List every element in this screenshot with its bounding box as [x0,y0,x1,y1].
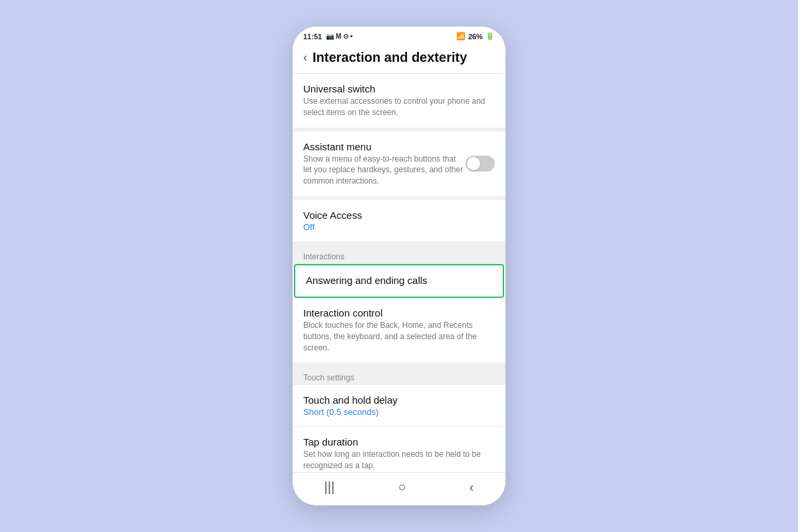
recents-button[interactable]: ||| [325,479,335,495]
universal-switch-desc: Use external accessories to control your… [303,96,495,118]
answering-ending-calls-title: Answering and ending calls [306,275,492,286]
back-nav-button[interactable]: ‹ [469,479,474,495]
settings-scroll-area: Universal switch Use external accessorie… [293,74,505,472]
status-bar: 11:51 📷 M ⊙ • 📶 26% 🔋 [293,27,505,43]
assistant-menu-title: Assistant menu [303,141,466,152]
universal-switch-item[interactable]: Universal switch Use external accessorie… [293,74,505,128]
tap-duration-text: Tap duration Set how long an interaction… [303,436,495,471]
status-icons: 📷 M ⊙ • [326,33,352,40]
touch-hold-delay-item[interactable]: Touch and hold delay Short (0.5 seconds) [293,385,505,427]
toggle-knob [467,157,480,170]
interaction-control-text: Interaction control Block touches for th… [303,307,495,353]
battery-icon: 🔋 [485,32,495,41]
touch-settings-section: Touch and hold delay Short (0.5 seconds)… [293,385,505,472]
touch-settings-label: Touch settings [293,366,505,385]
status-left: 11:51 📷 M ⊙ • [303,33,352,41]
tap-duration-desc: Set how long an interaction needs to be … [303,449,495,471]
interaction-control-item[interactable]: Interaction control Block touches for th… [293,298,505,362]
assistant-menu-toggle[interactable] [466,156,495,172]
answering-ending-calls-text: Answering and ending calls [306,275,492,287]
voice-access-text: Voice Access Off [303,209,495,232]
status-right: 📶 26% 🔋 [456,32,495,41]
tap-duration-title: Tap duration [303,436,495,448]
touch-hold-delay-sub: Short (0.5 seconds) [303,407,495,417]
assistant-menu-item[interactable]: Assistant menu Show a menu of easy-to-re… [293,132,505,196]
nav-bar: ||| ○ ‹ [293,472,505,505]
voice-access-section: Voice Access Off [293,200,505,241]
back-button[interactable]: ‹ [303,51,307,65]
voice-access-title: Voice Access [303,209,495,221]
tap-duration-item[interactable]: Tap duration Set how long an interaction… [293,427,505,472]
home-button[interactable]: ○ [398,479,406,495]
interaction-control-desc: Block touches for the Back, Home, and Re… [303,320,495,353]
page-title: Interaction and dexterity [313,50,467,65]
interaction-control-title: Interaction control [303,307,495,319]
page-header: ‹ Interaction and dexterity [293,43,505,74]
status-time: 11:51 [303,33,322,41]
assistant-menu-section: Assistant menu Show a menu of easy-to-re… [293,132,505,196]
phone-frame: 11:51 📷 M ⊙ • 📶 26% 🔋 ‹ Interaction and … [293,27,505,505]
touch-hold-delay-text: Touch and hold delay Short (0.5 seconds) [303,394,495,417]
interactions-label: Interactions [293,245,505,264]
wifi-icon: 📶 [456,32,466,41]
battery-text: 26% [468,33,483,41]
universal-switch-title: Universal switch [303,83,495,94]
assistant-menu-text: Assistant menu Show a menu of easy-to-re… [303,141,466,187]
interactions-section: Answering and ending calls Interaction c… [293,264,505,362]
assistant-menu-desc: Show a menu of easy-to-reach buttons tha… [303,154,466,187]
answering-ending-calls-item[interactable]: Answering and ending calls [294,264,504,298]
voice-access-sub: Off [303,222,495,232]
universal-switch-section: Universal switch Use external accessorie… [293,74,505,128]
universal-switch-text: Universal switch Use external accessorie… [303,83,495,118]
touch-hold-delay-title: Touch and hold delay [303,394,495,406]
voice-access-item[interactable]: Voice Access Off [293,200,505,241]
